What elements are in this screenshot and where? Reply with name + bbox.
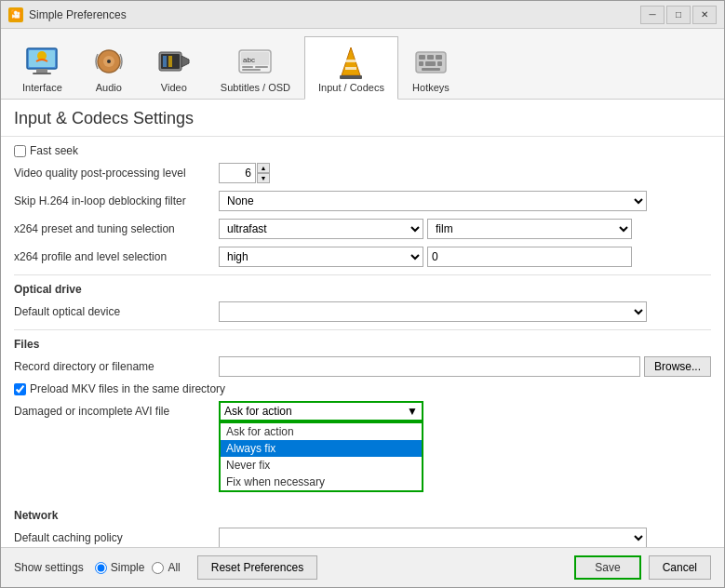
fast-seek-label: Fast seek [30,144,78,157]
all-radio-item: All [152,561,180,574]
nav-input-label: Input / Codecs [318,82,384,93]
nav-subtitles-label: Subtitles / OSD [221,82,290,93]
svg-rect-26 [436,55,442,60]
svg-rect-2 [36,69,47,73]
bottom-bar: Show settings Simple All Reset Preferenc… [1,547,724,587]
show-settings-label: Show settings [14,561,84,574]
nav-hotkeys-label: Hotkeys [412,82,450,93]
x264-profile-label: x264 profile and level selection [14,250,219,263]
x264-preset-control: ultrafast superfast veryfast film animat… [219,219,711,239]
navigation-bar: Interface Audio [1,29,724,100]
spinner-buttons: ▲ ▼ [257,163,270,183]
x264-level-input[interactable] [427,247,632,267]
damaged-avi-dropdown[interactable]: Ask for action ▼ [219,401,423,421]
action-buttons: Save Cancel [574,555,711,580]
nav-subtitles[interactable]: abc Subtitles / OSD [207,36,304,99]
video-icon [155,43,193,80]
nav-input-codecs[interactable]: Input / Codecs [304,36,398,100]
video-quality-input[interactable]: 6 [219,163,256,183]
nav-audio[interactable]: Audio [76,36,141,99]
svg-marker-10 [181,56,189,67]
nav-interface[interactable]: Interface [8,36,76,99]
svg-rect-27 [419,61,423,66]
nav-hotkeys[interactable]: Hotkeys [398,36,463,99]
cancel-button[interactable]: Cancel [649,555,711,580]
svg-rect-30 [422,68,440,71]
simple-radio[interactable] [95,562,107,574]
svg-rect-16 [242,66,253,68]
fast-seek-row: Fast seek [14,144,711,157]
svg-rect-18 [242,69,261,71]
record-dir-label: Record directory or filename [14,360,219,373]
decrement-button[interactable]: ▼ [257,173,270,183]
main-window: 🎦 Simple Preferences ─ □ ✕ Interface [0,0,725,588]
skip-h264-select[interactable]: None All Non-ref [219,191,647,211]
video-quality-label: Video quality post-processing level [14,167,219,180]
x264-preset-select[interactable]: ultrafast superfast veryfast [219,219,423,239]
caching-policy-label: Default caching policy [14,531,219,544]
hotkeys-icon [412,43,450,80]
svg-rect-25 [427,55,434,60]
svg-rect-22 [345,67,356,70]
app-icon: 🎦 [8,7,23,22]
window-controls: ─ □ ✕ [640,6,717,24]
browse-button[interactable]: Browse... [644,356,711,377]
page-title: Input & Codecs Settings [1,100,724,137]
preload-mkv-checkbox[interactable] [14,383,26,395]
video-quality-spinner: 6 ▲ ▼ [219,163,270,183]
nav-video-label: Video [161,82,187,93]
optical-device-control [219,301,711,322]
svg-rect-29 [437,61,442,66]
minimize-button[interactable]: ─ [640,6,665,24]
optical-drive-section: Optical drive [14,283,711,296]
title-bar: 🎦 Simple Preferences ─ □ ✕ [1,1,724,29]
caching-policy-control [219,528,711,547]
skip-h264-row: Skip H.264 in-loop deblocking filter Non… [14,189,711,213]
input-codecs-icon [332,43,369,80]
skip-h264-label: Skip H.264 in-loop deblocking filter [14,194,219,207]
audio-icon [90,43,128,80]
record-dir-row: Record directory or filename Browse... [14,354,711,379]
damaged-avi-label: Damaged or incomplete AVI file [14,405,219,418]
damaged-avi-option-never[interactable]: Never fix [221,457,422,474]
x264-profile-control: baseline main high [219,247,711,267]
record-dir-input[interactable] [219,356,640,377]
nav-interface-label: Interface [22,82,62,93]
content-area: Input & Codecs Settings Fast seek Video … [1,100,724,547]
svg-rect-3 [33,73,51,74]
caching-policy-row: Default caching policy [14,526,711,547]
damaged-avi-dropdown-list: Ask for action Always fix Never fix Fix … [219,421,423,492]
subtitles-icon: abc [236,43,274,80]
damaged-avi-row: Damaged or incomplete AVI file Ask for a… [14,399,711,423]
files-section: Files [14,338,711,351]
x264-profile-select[interactable]: baseline main high [219,247,423,267]
damaged-avi-option-fix-when[interactable]: Fix when necessary [221,474,422,490]
dropdown-arrow-icon: ▼ [407,405,418,418]
svg-rect-24 [419,55,425,60]
svg-rect-11 [163,56,167,67]
damaged-avi-option-ask[interactable]: Ask for action [221,423,422,440]
fast-seek-checkbox[interactable] [14,145,26,157]
separator-2 [14,329,711,330]
damaged-avi-option-always[interactable]: Always fix [221,440,422,457]
simple-label: Simple [111,561,145,574]
svg-text:abc: abc [243,56,255,64]
increment-button[interactable]: ▲ [257,163,270,173]
damaged-avi-control: Ask for action ▼ Ask for action Always f… [219,401,711,421]
x264-tuning-select[interactable]: film animation grain [427,219,632,239]
nav-audio-label: Audio [96,82,122,93]
skip-h264-control: None All Non-ref [219,191,711,211]
nav-video[interactable]: Video [141,36,207,99]
x264-profile-row: x264 profile and level selection baselin… [14,245,711,269]
video-quality-control: 6 ▲ ▼ [219,163,711,183]
optical-device-select[interactable] [219,301,647,322]
window-title: Simple Preferences [29,8,640,21]
network-section: Network [14,509,711,522]
close-button[interactable]: ✕ [692,6,717,24]
maximize-button[interactable]: □ [666,6,691,24]
all-radio[interactable] [152,562,164,574]
save-button[interactable]: Save [574,555,640,580]
caching-policy-select[interactable] [219,528,647,547]
svg-rect-21 [343,60,358,62]
reset-preferences-button[interactable]: Reset Preferences [197,555,317,580]
